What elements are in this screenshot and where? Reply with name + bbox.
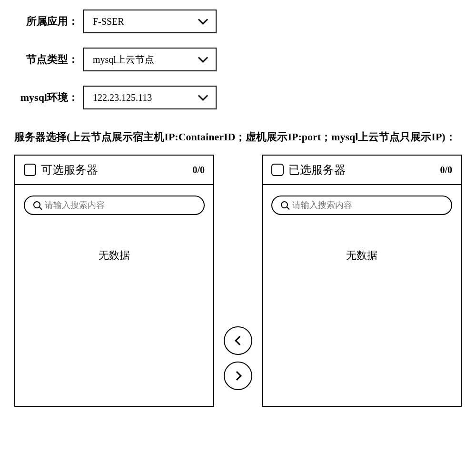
selected-panel-body: 无数据 — [263, 185, 461, 406]
search-icon — [281, 201, 289, 210]
chevron-right-icon — [232, 371, 242, 381]
mysql-env-select[interactable]: 122.23.125.113 — [83, 86, 217, 109]
selected-select-all-checkbox[interactable] — [271, 164, 284, 176]
transfer-container: 可选服务器 0/0 无数据 已选服务器 0/0 — [14, 155, 462, 407]
available-search-input[interactable] — [45, 200, 195, 210]
mysql-env-select-value: 122.23.125.113 — [93, 92, 152, 103]
available-panel-body: 无数据 — [15, 185, 213, 406]
app-select-value: F-SSER — [93, 16, 124, 27]
move-left-button[interactable] — [224, 326, 252, 355]
selected-panel-title: 已选服务器 — [288, 162, 346, 177]
chevron-down-icon — [198, 55, 207, 64]
node-type-select[interactable]: mysql上云节点 — [83, 48, 217, 71]
selected-search-box[interactable] — [271, 196, 452, 215]
available-select-all-checkbox[interactable] — [24, 164, 36, 176]
mysql-env-label: mysql环境： — [14, 90, 83, 105]
chevron-left-icon — [235, 336, 244, 345]
available-panel-header: 可选服务器 0/0 — [15, 156, 213, 185]
selected-panel-header: 已选服务器 0/0 — [263, 156, 461, 185]
selected-panel-count: 0/0 — [440, 165, 452, 176]
node-type-label: 节点类型： — [14, 52, 83, 67]
node-type-select-value: mysql上云节点 — [93, 53, 154, 66]
server-select-label: 服务器选择(上云节点展示宿主机IP:ContainerID；虚机展示IP:por… — [14, 124, 462, 150]
transfer-controls — [214, 155, 262, 407]
chevron-down-icon — [198, 93, 207, 102]
available-panel-title: 可选服务器 — [41, 162, 98, 177]
search-icon — [33, 201, 42, 210]
app-label: 所属应用： — [14, 14, 83, 29]
selected-no-data: 无数据 — [271, 248, 452, 263]
available-search-box[interactable] — [24, 196, 205, 215]
selected-servers-panel: 已选服务器 0/0 无数据 — [262, 155, 462, 407]
available-panel-count: 0/0 — [192, 165, 205, 176]
move-right-button[interactable] — [224, 362, 252, 390]
selected-search-input[interactable] — [292, 200, 443, 210]
app-select[interactable]: F-SSER — [83, 10, 217, 33]
chevron-down-icon — [198, 17, 207, 26]
available-no-data: 无数据 — [24, 248, 205, 263]
available-servers-panel: 可选服务器 0/0 无数据 — [14, 155, 214, 407]
